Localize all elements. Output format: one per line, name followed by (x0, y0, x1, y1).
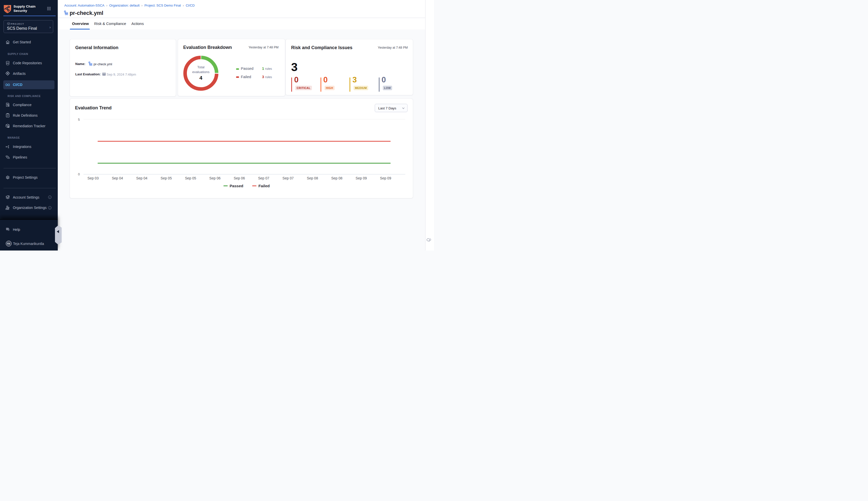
svg-text:?: ? (6, 228, 8, 230)
